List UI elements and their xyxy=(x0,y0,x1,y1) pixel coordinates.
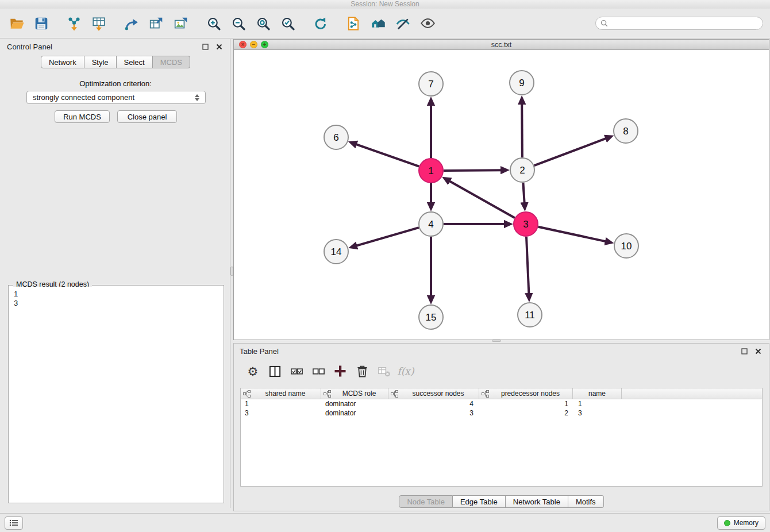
network-canvas[interactable]: 7968124314101511 xyxy=(234,50,769,340)
hide-details-button[interactable] xyxy=(393,14,413,33)
control-panel-header: Control Panel xyxy=(1,39,230,54)
mcds-result-value: 3 xyxy=(14,299,218,308)
graph-edge-2-3[interactable] xyxy=(523,183,524,203)
graph-node-9[interactable]: 9 xyxy=(510,71,534,95)
graph-node-6[interactable]: 6 xyxy=(324,125,348,149)
graph-node-7[interactable]: 7 xyxy=(419,72,443,96)
graph-node-label: 10 xyxy=(621,241,632,252)
table-panel: Table Panel ⚙ xyxy=(233,343,769,511)
network-window-titlebar[interactable]: × − + scc.txt xyxy=(234,40,769,50)
float-panel-button[interactable] xyxy=(200,42,210,51)
column-header-name[interactable]: name xyxy=(573,388,622,399)
dropdown-chevrons-icon xyxy=(195,94,199,101)
graph-edge-4-14[interactable] xyxy=(356,228,419,246)
deselect-all-rows-button[interactable] xyxy=(309,363,328,380)
mcds-result-value: 1 xyxy=(14,290,218,299)
export-table-button[interactable] xyxy=(147,14,166,33)
column-header-predecessor-nodes[interactable]: predecessor nodes xyxy=(479,388,573,399)
graph-edge-3-1[interactable] xyxy=(449,181,514,218)
run-mcds-button[interactable]: Run MCDS xyxy=(55,110,110,123)
search-field[interactable] xyxy=(595,17,763,30)
close-window-button[interactable]: × xyxy=(239,41,247,48)
tab-edge-table[interactable]: Edge Table xyxy=(453,495,506,508)
tab-network[interactable]: Network xyxy=(41,56,84,68)
close-table-panel-button[interactable] xyxy=(753,346,763,356)
network-window: × − + scc.txt 7968124314101511 xyxy=(233,39,769,340)
zoom-in-button[interactable] xyxy=(204,14,224,33)
list-icon xyxy=(9,519,18,527)
column-type-icon xyxy=(324,390,331,398)
table-row[interactable]: 3 dominator 3 2 3 xyxy=(241,408,762,418)
graph-edge-1-6[interactable] xyxy=(356,144,419,167)
zoom-fit-button[interactable] xyxy=(253,14,273,33)
column-chooser-button[interactable] xyxy=(265,363,284,380)
zoom-window-button[interactable]: + xyxy=(261,41,268,48)
zoom-out-icon xyxy=(231,16,246,31)
graph-node-11[interactable]: 11 xyxy=(518,303,542,327)
export-image-button[interactable] xyxy=(171,14,191,33)
import-table-file-button[interactable] xyxy=(89,14,109,33)
delete-column-button[interactable] xyxy=(353,363,371,380)
show-graphics-details-button[interactable] xyxy=(418,14,437,33)
column-header-shared-name[interactable]: shared name xyxy=(241,388,321,399)
refresh-layout-button[interactable] xyxy=(311,14,330,33)
table-settings-button[interactable]: ⚙ xyxy=(244,363,262,380)
column-type-icon xyxy=(243,390,251,398)
save-session-button[interactable] xyxy=(32,14,51,33)
minimize-window-button[interactable]: − xyxy=(250,41,257,48)
zoom-selected-button[interactable] xyxy=(278,14,298,33)
tab-mcds[interactable]: MCDS xyxy=(153,56,190,68)
zoom-in-icon xyxy=(206,16,221,31)
select-all-rows-button[interactable] xyxy=(287,363,306,380)
graph-node-4[interactable]: 4 xyxy=(419,212,443,236)
eye-slash-icon xyxy=(395,16,410,31)
floppy-disk-icon xyxy=(34,16,49,31)
export-image-icon xyxy=(174,16,188,31)
open-session-button[interactable] xyxy=(7,14,26,33)
graph-node-14[interactable]: 14 xyxy=(324,240,348,264)
graph-node-10[interactable]: 10 xyxy=(614,234,638,258)
folder-open-icon xyxy=(9,16,25,31)
table-row[interactable]: 1 dominator 4 1 1 xyxy=(241,399,762,408)
task-history-button[interactable] xyxy=(5,516,23,530)
first-neighbors-button[interactable] xyxy=(368,14,388,33)
graph-edge-1-2[interactable] xyxy=(444,170,502,171)
function-builder-button[interactable]: f(x) xyxy=(396,363,415,380)
graph-node-label: 4 xyxy=(428,219,433,230)
tab-motifs[interactable]: Motifs xyxy=(568,495,604,508)
tab-style[interactable]: Style xyxy=(84,56,117,68)
export-web-button[interactable] xyxy=(344,14,363,33)
column-header-successor-nodes[interactable]: successor nodes xyxy=(388,388,479,399)
graph-node-label: 2 xyxy=(519,165,525,176)
close-panel-button[interactable]: Close panel xyxy=(117,110,177,123)
graph-node-15[interactable]: 15 xyxy=(419,305,443,329)
graph-node-2[interactable]: 2 xyxy=(510,158,534,182)
tab-select[interactable]: Select xyxy=(117,56,153,68)
memory-button[interactable]: Memory xyxy=(717,516,765,530)
search-input[interactable] xyxy=(611,20,758,28)
graph-node-3[interactable]: 3 xyxy=(514,212,538,236)
zoom-out-button[interactable] xyxy=(229,14,248,33)
import-network-file-button[interactable] xyxy=(64,14,84,33)
graph-edge-2-8[interactable] xyxy=(534,138,607,166)
column-header-mcds-role[interactable]: MCDS role xyxy=(321,388,388,399)
graph-node-8[interactable]: 8 xyxy=(614,119,638,143)
graph-node-1[interactable]: 1 xyxy=(419,159,443,183)
close-control-panel-button[interactable] xyxy=(214,42,224,51)
vertical-splitter-handle[interactable] xyxy=(230,267,233,276)
horizontal-splitter-handle[interactable] xyxy=(492,339,501,342)
mcds-result-list[interactable]: 1 3 xyxy=(10,287,222,502)
export-network-button[interactable] xyxy=(122,14,141,33)
graph-edge-3-11[interactable] xyxy=(526,237,529,294)
criterion-dropdown[interactable]: strongly connected component xyxy=(26,91,206,104)
graph-edge-2-9[interactable] xyxy=(522,103,522,157)
table-toolbar: ⚙ xyxy=(234,358,769,384)
graph-node-label: 3 xyxy=(523,219,528,230)
float-table-panel-button[interactable] xyxy=(739,346,749,356)
column-type-icon xyxy=(391,390,398,398)
graph-edge-3-10[interactable] xyxy=(538,227,606,242)
tab-node-table[interactable]: Node Table xyxy=(399,495,453,508)
delete-table-button[interactable] xyxy=(375,363,393,380)
create-column-button[interactable] xyxy=(331,363,349,380)
tab-network-table[interactable]: Network Table xyxy=(506,495,568,508)
